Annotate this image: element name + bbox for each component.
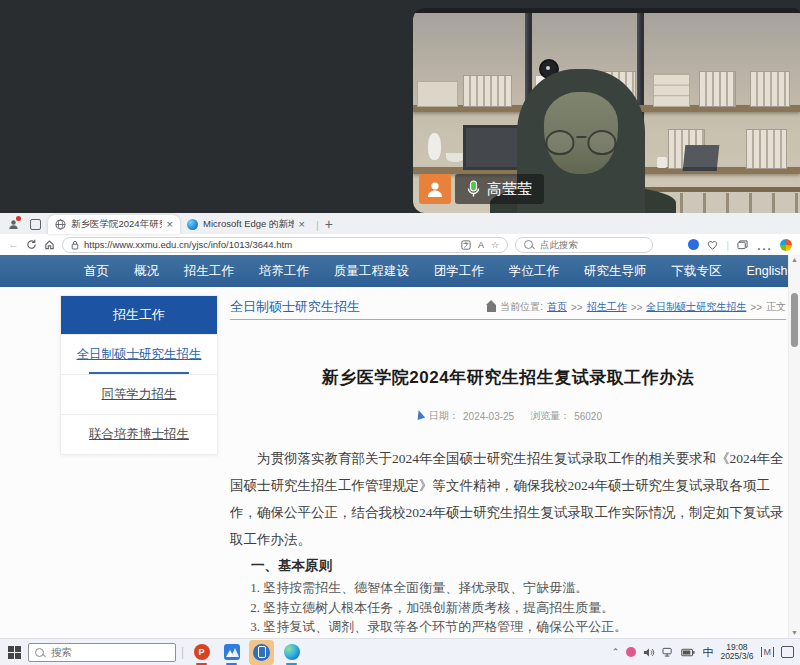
toolbar-search-box[interactable] bbox=[515, 237, 653, 253]
section-title: 全日制硕士研究生招生 bbox=[230, 298, 360, 316]
tray-expand-icon[interactable]: ⌃ bbox=[612, 647, 620, 657]
sidebar-header: 招生工作 bbox=[61, 296, 217, 334]
cup bbox=[657, 157, 667, 168]
participant-name-label: 高莹莹 bbox=[455, 174, 544, 204]
tab-title: Microsoft Edge 的新增功能 bbox=[203, 218, 294, 231]
list-item: 1. 坚持按需招生、德智体全面衡量、择优录取、宁缺毋滥。 bbox=[250, 578, 786, 598]
person-icon bbox=[425, 179, 445, 199]
screen: 高莹莹 新乡医学院2024年研究生招生复… × bbox=[0, 0, 800, 665]
system-tray: ⌃ 中 19:08 2025/3/6 M bbox=[612, 643, 800, 662]
nav-item-supervisors[interactable]: 研究生导师 bbox=[584, 263, 647, 280]
battery-icon[interactable] bbox=[681, 648, 695, 657]
toolbar-divider: | bbox=[726, 239, 729, 251]
refresh-button[interactable] bbox=[26, 239, 37, 250]
article-title: 新乡医学院2024年研究生招生复试录取工作办法 bbox=[230, 366, 786, 389]
tab-xxmu-article[interactable]: 新乡医学院2024年研究生招生复… × bbox=[48, 215, 180, 234]
meeting-app-taskbar-icon-active[interactable] bbox=[249, 640, 274, 665]
search-icon bbox=[35, 648, 44, 657]
sidebar-item-fulltime-masters[interactable]: 全日制硕士研究生招生 bbox=[61, 334, 217, 374]
tray-m-icon[interactable]: M bbox=[761, 647, 775, 657]
tab-close-icon[interactable]: × bbox=[167, 219, 173, 230]
collections-icon[interactable] bbox=[737, 240, 748, 250]
powerpoint-taskbar-icon[interactable]: P bbox=[189, 640, 214, 665]
breadcrumb-current: 正文 bbox=[766, 300, 786, 314]
browser-tab-strip: 新乡医学院2024年研究生招生复… × Microsoft Edge 的新增功能… bbox=[0, 213, 800, 234]
list-item: 3. 坚持复试、调剂、录取等各个环节的严格管理，确保公平公正。 bbox=[250, 617, 786, 637]
vase bbox=[428, 133, 441, 160]
extension-icon[interactable] bbox=[688, 239, 699, 250]
toolbar-search-input[interactable] bbox=[538, 238, 632, 251]
notification-center-icon[interactable] bbox=[781, 646, 794, 658]
taskbar-search-input[interactable] bbox=[49, 645, 153, 659]
nav-item-home[interactable]: 首页 bbox=[84, 263, 109, 280]
date-label: 日期： bbox=[429, 409, 459, 423]
tab-edge-whats-new[interactable]: Microsoft Edge 的新增功能 × bbox=[180, 215, 312, 234]
nav-item-english[interactable]: English bbox=[747, 264, 788, 278]
more-menu-icon[interactable]: … bbox=[756, 236, 772, 254]
books bbox=[699, 71, 736, 107]
page-scrollbar[interactable]: ▲ ▼ bbox=[788, 255, 800, 638]
edge-taskbar-icon[interactable] bbox=[279, 640, 304, 665]
bowl bbox=[446, 153, 464, 162]
tab-title: 新乡医学院2024年研究生招生复… bbox=[71, 218, 162, 231]
views-label: 浏览量： bbox=[530, 409, 570, 423]
section-header-row: 全日制硕士研究生招生 当前位置: 首页 >> 招生工作 >> 全日制硕士研究生招… bbox=[230, 295, 786, 320]
taskbar: | P ⌃ bbox=[0, 638, 800, 665]
nav-item-student-affairs[interactable]: 团学工作 bbox=[434, 263, 484, 280]
drawer-box bbox=[653, 73, 690, 107]
home-button[interactable] bbox=[44, 239, 55, 250]
nav-item-degree[interactable]: 学位工作 bbox=[509, 263, 559, 280]
taskbar-search-box[interactable] bbox=[28, 643, 176, 662]
nav-item-downloads[interactable]: 下载专区 bbox=[672, 263, 722, 280]
books bbox=[750, 71, 791, 107]
ime-indicator[interactable]: 中 bbox=[702, 645, 713, 660]
page-body: 招生工作 全日制硕士研究生招生 同等学力招生 联合培养博士招生 全日制硕士研究生… bbox=[0, 287, 800, 638]
nav-item-quality[interactable]: 质量工程建设 bbox=[334, 263, 409, 280]
site-navigation: 首页 概况 招生工作 培养工作 质量工程建设 团学工作 学位工作 研究生导师 下… bbox=[0, 255, 789, 287]
scrollbar-thumb[interactable] bbox=[791, 293, 798, 347]
participant-video-window[interactable]: 高莹莹 bbox=[413, 8, 800, 213]
sidebar-item-joint-doctoral[interactable]: 联合培养博士招生 bbox=[61, 414, 217, 454]
nav-item-overview[interactable]: 概况 bbox=[134, 263, 159, 280]
nav-item-training[interactable]: 培养工作 bbox=[259, 263, 309, 280]
breadcrumb-separator: >> bbox=[631, 302, 643, 313]
taskbar-clock[interactable]: 19:08 2025/3/6 bbox=[720, 643, 753, 662]
search-icon bbox=[524, 240, 533, 249]
address-bar[interactable]: https://www.xxmu.edu.cn/yjsc/info/1013/3… bbox=[62, 237, 508, 253]
breadcrumb-separator: >> bbox=[750, 302, 762, 313]
translate-icon[interactable] bbox=[461, 240, 471, 250]
browser-profile-icon[interactable] bbox=[4, 215, 22, 233]
scroll-down-icon[interactable]: ▼ bbox=[789, 628, 800, 638]
breadcrumb-fulltime[interactable]: 全日制硕士研究生招生 bbox=[646, 300, 746, 314]
tab-close-icon[interactable]: × bbox=[299, 219, 305, 230]
participant-face bbox=[544, 92, 618, 175]
scroll-up-icon[interactable]: ▲ bbox=[789, 255, 800, 265]
voov-meeting-taskbar-icon[interactable] bbox=[219, 640, 244, 665]
powerpoint-icon: P bbox=[194, 644, 210, 660]
breadcrumb-separator: >> bbox=[571, 302, 583, 313]
tab-actions-icon[interactable] bbox=[26, 215, 44, 233]
tray-app-icon[interactable] bbox=[626, 647, 636, 657]
breadcrumb-admissions[interactable]: 招生工作 bbox=[587, 300, 627, 314]
browser-toolbar: ← https://www.xxmu.edu.cn/yjsc/info/1013… bbox=[0, 234, 800, 256]
start-button[interactable] bbox=[0, 646, 28, 659]
sidebar-item-equivalent[interactable]: 同等学力招生 bbox=[61, 374, 217, 414]
globe-icon bbox=[55, 219, 66, 230]
article-section-heading: 一、基本原则 bbox=[230, 556, 786, 576]
glasses bbox=[546, 130, 617, 155]
volume-icon[interactable] bbox=[643, 647, 655, 658]
read-aloud-icon[interactable]: A bbox=[478, 240, 484, 250]
cursor-icon bbox=[414, 410, 423, 422]
file-box bbox=[417, 81, 458, 107]
favorites-heart-icon[interactable] bbox=[707, 240, 718, 250]
taskbar-divider: | bbox=[181, 645, 184, 659]
new-tab-button[interactable]: + bbox=[325, 216, 333, 232]
breadcrumb-home[interactable]: 首页 bbox=[547, 300, 567, 314]
back-button[interactable]: ← bbox=[8, 239, 19, 250]
nav-item-admissions[interactable]: 招生工作 bbox=[184, 263, 234, 280]
microphone-icon bbox=[467, 180, 480, 198]
copilot-icon[interactable] bbox=[780, 239, 792, 251]
web-page: 首页 概况 招生工作 培养工作 质量工程建设 团学工作 学位工作 研究生导师 下… bbox=[0, 255, 800, 638]
network-icon[interactable] bbox=[662, 647, 674, 657]
favorite-star-icon[interactable]: ☆ bbox=[491, 240, 499, 250]
